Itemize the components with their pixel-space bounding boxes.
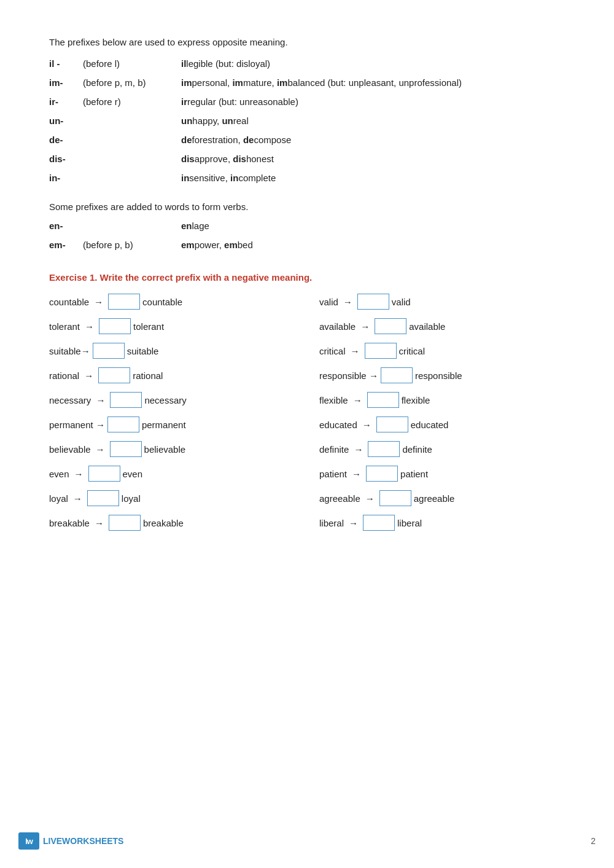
- exercise-item-rational: rational → rational: [49, 367, 295, 383]
- prefix-row-un: un- unhappy, unreal: [49, 115, 565, 126]
- word-label-agreeable: agreeable: [319, 493, 360, 504]
- exercise-item-suitable: suitable→ suitable: [49, 343, 295, 359]
- exercise-item-liberal: liberal → liberal: [319, 515, 565, 531]
- logo-abbr: lw: [25, 837, 33, 846]
- input-agreeable[interactable]: [379, 490, 411, 506]
- exercise-item-breakable: breakable → breakable: [49, 515, 295, 531]
- word-label-rational: rational: [49, 370, 79, 381]
- prefix-cond-il: (before l): [83, 58, 181, 69]
- word-label-countable: countable: [49, 297, 89, 307]
- logo-box: lw: [18, 832, 39, 850]
- word-label-breakable: breakable: [49, 518, 90, 528]
- input-permanent[interactable]: [107, 416, 139, 432]
- word-after-breakable: breakable: [143, 518, 184, 528]
- word-label-believable: believable: [49, 444, 91, 455]
- word-after-rational: rational: [133, 370, 163, 381]
- word-label-definite: definite: [319, 444, 349, 455]
- word-after-available: available: [409, 321, 445, 332]
- input-available[interactable]: [375, 318, 406, 334]
- verb-section-intro: Some prefixes are added to words to form…: [49, 201, 565, 212]
- arrow-countable: →: [94, 297, 103, 307]
- word-label-flexible: flexible: [319, 395, 348, 405]
- arrow-believable: →: [96, 444, 105, 455]
- word-label-responsible: responsible →: [319, 370, 378, 381]
- input-even[interactable]: [88, 466, 120, 482]
- prefix-example-de: deforestration, decompose: [181, 135, 565, 145]
- exercise-item-available: available → available: [319, 318, 565, 334]
- exercise-heading: Exercise 1. Write the correct prefix wit…: [49, 272, 565, 283]
- verb-row-em: em- (before p, b) empower, embed: [49, 240, 565, 250]
- word-label-patient: patient: [319, 469, 347, 479]
- input-believable[interactable]: [110, 441, 142, 457]
- intro-text: The prefixes below are used to express o…: [49, 37, 565, 47]
- word-after-valid: valid: [392, 297, 411, 307]
- prefix-row-im: im- (before p, m, b) impersonal, immatur…: [49, 77, 565, 88]
- exercise-item-believable: believable → believable: [49, 441, 295, 457]
- prefix-key-il: il -: [49, 58, 83, 69]
- input-countable[interactable]: [108, 294, 140, 310]
- arrow-loyal: →: [73, 493, 82, 504]
- prefix-key-un: un-: [49, 115, 83, 126]
- exercise-item-countable: countable → countable: [49, 294, 295, 310]
- prefix-row-ir: ir- (before r) irregular (but: unreasona…: [49, 96, 565, 107]
- arrow-tolerant: →: [85, 321, 94, 332]
- word-after-flexible: flexible: [402, 395, 430, 405]
- exercise-item-responsible: responsible → responsible: [319, 367, 565, 383]
- verb-example-en: enlage: [181, 221, 565, 231]
- exercise-item-flexible: flexible → flexible: [319, 392, 565, 408]
- arrow-patient: →: [352, 469, 361, 479]
- verb-cond-em: (before p, b): [83, 240, 181, 250]
- input-breakable[interactable]: [109, 515, 141, 531]
- word-after-tolerant: tolerant: [133, 321, 164, 332]
- verb-key-en: en-: [49, 221, 83, 231]
- arrow-educated: →: [362, 420, 371, 430]
- input-necessary[interactable]: [110, 392, 142, 408]
- page-number: 2: [591, 836, 596, 846]
- input-tolerant[interactable]: [99, 318, 131, 334]
- word-after-permanent: permanent: [142, 420, 186, 430]
- verb-section: Some prefixes are added to words to form…: [49, 201, 565, 250]
- word-after-loyal: loyal: [122, 493, 141, 504]
- arrow-rational: →: [84, 370, 93, 381]
- exercise-item-critical: critical → critical: [319, 343, 565, 359]
- word-after-responsible: responsible: [415, 370, 462, 381]
- word-after-even: even: [123, 469, 143, 479]
- input-definite[interactable]: [368, 441, 400, 457]
- input-valid[interactable]: [357, 294, 389, 310]
- word-after-definite: definite: [402, 444, 432, 455]
- prefix-example-un: unhappy, unreal: [181, 115, 565, 126]
- exercise-right-col: valid → valid available → available crit…: [319, 294, 565, 531]
- verb-key-em: em-: [49, 240, 83, 250]
- prefix-table: il - (before l) illegible (but: disloyal…: [49, 58, 565, 183]
- input-critical[interactable]: [365, 343, 397, 359]
- exercise-item-tolerant: tolerant → tolerant: [49, 318, 295, 334]
- input-flexible[interactable]: [367, 392, 399, 408]
- prefix-key-de: de-: [49, 135, 83, 145]
- exercise-item-patient: patient → patient: [319, 466, 565, 482]
- prefix-key-im: im-: [49, 77, 83, 88]
- input-responsible[interactable]: [381, 367, 413, 383]
- input-educated[interactable]: [376, 416, 408, 432]
- prefix-example-dis: disapprove, dishonest: [181, 154, 565, 164]
- word-label-valid: valid: [319, 297, 338, 307]
- word-after-patient: patient: [400, 469, 428, 479]
- word-label-loyal: loyal: [49, 493, 68, 504]
- input-liberal[interactable]: [363, 515, 395, 531]
- exercise-item-necessary: necessary → necessary: [49, 392, 295, 408]
- word-label-suitable: suitable→: [49, 346, 90, 356]
- exercise-item-agreeable: agreeable → agreeable: [319, 490, 565, 506]
- verb-row-en: en- enlage: [49, 221, 565, 231]
- exercise-item-educated: educated → educated: [319, 416, 565, 432]
- exercise-item-loyal: loyal → loyal: [49, 490, 295, 506]
- input-suitable[interactable]: [93, 343, 125, 359]
- word-label-necessary: necessary: [49, 395, 91, 405]
- input-patient[interactable]: [366, 466, 398, 482]
- prefix-key-in: in-: [49, 173, 83, 183]
- input-rational[interactable]: [98, 367, 130, 383]
- arrow-critical: →: [351, 346, 360, 356]
- input-loyal[interactable]: [87, 490, 119, 506]
- exercise-left-col: countable → countable tolerant → toleran…: [49, 294, 295, 531]
- word-label-even: even: [49, 469, 69, 479]
- exercise-item-valid: valid → valid: [319, 294, 565, 310]
- prefix-key-dis: dis-: [49, 154, 83, 164]
